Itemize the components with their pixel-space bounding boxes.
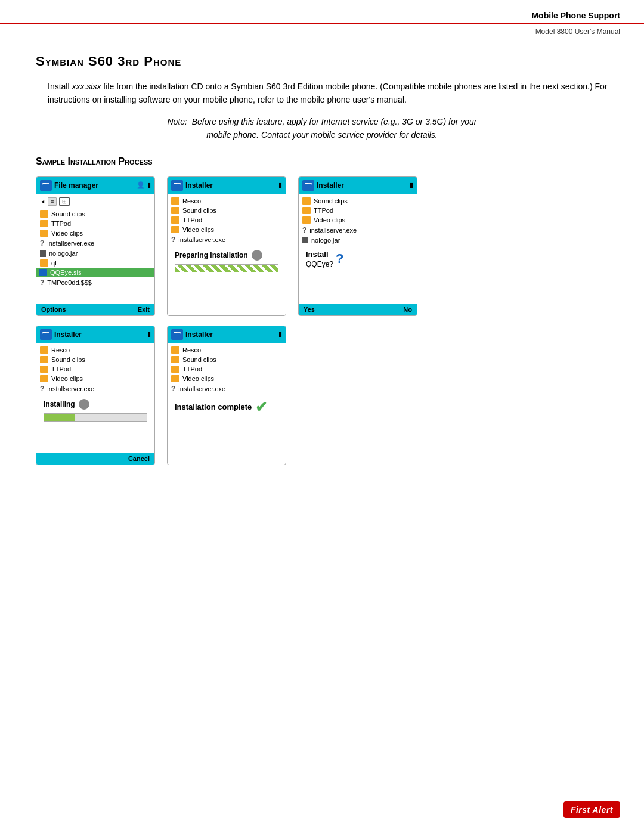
folder-icon xyxy=(171,356,179,363)
list-item: TTPod xyxy=(302,206,413,215)
list-item: TTPod xyxy=(40,364,151,374)
app-icon-1 xyxy=(40,180,52,191)
app-icon-2 xyxy=(171,180,183,191)
gear-icon-4 xyxy=(79,399,89,410)
options-button[interactable]: Options xyxy=(41,306,66,313)
list-item: ? installserver.exe xyxy=(40,238,151,249)
folder-icon xyxy=(40,346,48,354)
file-manager-toolbar: ◄ ≡ ⊞ xyxy=(40,196,151,207)
exit-button[interactable]: Exit xyxy=(138,306,150,313)
list-item: Resco xyxy=(40,345,151,355)
footer: First Alert xyxy=(564,804,620,815)
screen3-navbar: Yes No xyxy=(299,304,417,315)
phone-topbar-3: Installer ▮ xyxy=(299,177,417,194)
battery-icon-3: ▮ xyxy=(410,181,413,189)
person-icon-1: 👤 xyxy=(137,181,145,189)
phone-screen-2: Installer ▮ Resco Sound clips TTPod xyxy=(167,176,286,316)
topbar-left-3: Installer xyxy=(302,180,344,191)
folder-icon xyxy=(171,346,179,354)
list-item: Sound clips xyxy=(40,355,151,364)
question-icon: ? xyxy=(171,385,175,393)
list-item: Sound clips xyxy=(171,355,282,364)
list-item: nologo.jar xyxy=(302,236,413,245)
screen2-body: Resco Sound clips TTPod Video clips ? in… xyxy=(168,194,286,301)
big-question-icon: ? xyxy=(336,251,343,267)
topbar-icons-4: ▮ xyxy=(147,330,151,338)
topbar-icons-2: ▮ xyxy=(278,181,282,189)
folder-icon xyxy=(40,210,48,218)
phone-screen-4: Installer ▮ Resco Sound clips TTPod xyxy=(36,326,155,465)
question-icon: ? xyxy=(40,278,44,287)
topbar-icons-5: ▮ xyxy=(278,330,282,338)
back-arrow: ◄ xyxy=(40,199,45,205)
progress-label-2: Preparing installation xyxy=(175,250,278,261)
screen1-body: ◄ ≡ ⊞ Sound clips TTPod Video clips xyxy=(36,194,154,301)
gear-icon-2 xyxy=(252,250,262,261)
note-text: Note: Before using this feature, apply f… xyxy=(98,115,546,142)
list-item: ? installserver.exe xyxy=(40,383,151,394)
battery-icon-4: ▮ xyxy=(147,330,151,338)
progress-label-4: Installing xyxy=(44,399,147,410)
toolbar-view1: ≡ xyxy=(48,197,57,206)
battery-icon-2: ▮ xyxy=(278,181,282,189)
preparing-text: Preparing installation xyxy=(175,251,248,259)
list-item: Video clips xyxy=(40,374,151,383)
screen1-title: File manager xyxy=(54,181,98,190)
svg-rect-4 xyxy=(174,184,181,188)
svg-rect-10 xyxy=(42,333,49,337)
list-item: Sound clips xyxy=(171,206,282,215)
list-item: ? installserver.exe xyxy=(171,234,282,245)
screen5-body: Resco Sound clips TTPod Video clips ? in… xyxy=(168,343,286,450)
svg-rect-7 xyxy=(305,184,312,188)
topbar-left-2: Installer xyxy=(171,180,213,191)
folder-icon xyxy=(171,207,179,214)
phone-screen-5: Installer ▮ Resco Sound clips TTPod xyxy=(167,326,286,465)
topbar-left-5: Installer xyxy=(171,329,213,340)
folder-icon xyxy=(171,226,179,233)
app-icon-5 xyxy=(171,329,183,340)
svg-rect-5 xyxy=(174,183,177,184)
screen3-title: Installer xyxy=(317,181,344,190)
folder-icon xyxy=(302,197,311,205)
install-title: Install xyxy=(306,250,333,259)
installing-text: Installing xyxy=(44,400,75,408)
install-prompt: Install QQEye? ? xyxy=(302,245,413,273)
list-item: Video clips xyxy=(40,228,151,238)
folder-icon xyxy=(302,216,311,224)
progress-bar-4 xyxy=(44,413,147,422)
screen5-title: Installer xyxy=(185,330,213,339)
list-item: ? installserver.exe xyxy=(171,383,282,394)
no-button[interactable]: No xyxy=(403,306,412,313)
list-item: Video clips xyxy=(171,374,282,383)
folder-icon xyxy=(40,375,48,382)
yes-button[interactable]: Yes xyxy=(304,306,315,313)
topbar-left-4: Installer xyxy=(40,329,82,340)
svg-rect-2 xyxy=(43,183,46,184)
phone-topbar-2: Installer ▮ xyxy=(168,177,286,194)
body-paragraph: Install xxx.sisx file from the installat… xyxy=(36,80,608,107)
list-item: Resco xyxy=(171,196,282,206)
battery-icon-5: ▮ xyxy=(278,330,282,338)
folder-icon xyxy=(171,375,179,382)
phone-topbar-4: Installer ▮ xyxy=(36,326,154,343)
toolbar-view2: ⊞ xyxy=(59,197,70,206)
first-alert-logo: First Alert xyxy=(564,801,620,818)
folder-icon xyxy=(171,366,179,373)
folder-icon xyxy=(40,259,48,267)
list-item: Video clips xyxy=(171,225,282,234)
app-icon-3 xyxy=(302,180,314,191)
list-item: Resco xyxy=(171,345,282,355)
screen4-title: Installer xyxy=(54,330,82,339)
cancel-button[interactable]: Cancel xyxy=(128,455,150,462)
jar-icon xyxy=(302,237,308,243)
list-item: ? installserver.exe xyxy=(302,225,413,236)
checkmark-icon: ✔ xyxy=(255,399,267,416)
subheader: Model 8800 User's Manual xyxy=(0,25,644,42)
question-icon: ? xyxy=(171,236,175,244)
folder-icon xyxy=(40,230,48,237)
topbar-left-1: File manager xyxy=(40,180,98,191)
list-item: Sound clips xyxy=(302,196,413,206)
header-title: Mobile Phone Support xyxy=(531,11,620,20)
screen3-body: Sound clips TTPod Video clips ? installs… xyxy=(299,194,417,301)
page-header: Mobile Phone Support xyxy=(0,0,644,24)
